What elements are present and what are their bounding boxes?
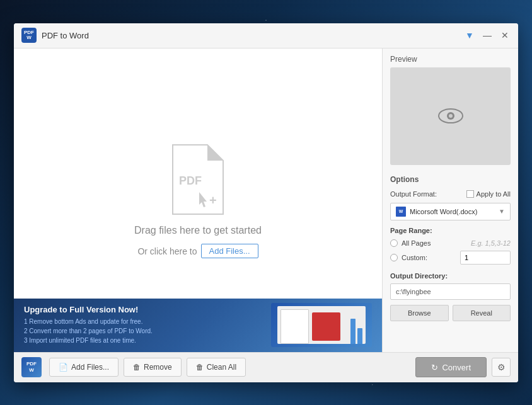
dropdown-button[interactable]: ▼ xyxy=(464,30,475,41)
upgrade-banner: Upgrade to Full Version Now! 1 Remove bo… xyxy=(14,299,382,352)
remove-button[interactable]: 🗑 Remove xyxy=(124,358,182,377)
banner-item-3: 3 Import unlimited PDF files at one time… xyxy=(24,336,263,345)
custom-row: Custom: xyxy=(390,251,511,265)
preview-label: Preview xyxy=(390,55,511,64)
mock-doc2 xyxy=(312,312,340,341)
clean-all-button[interactable]: 🗑 Clean All xyxy=(187,358,246,377)
convert-button[interactable]: ↻ Convert xyxy=(415,357,487,377)
app-window: PDFW PDF to Word ▼ — ✕ PDF xyxy=(14,23,518,382)
output-format-label: Output Format: xyxy=(390,190,466,198)
svg-text:PDF: PDF xyxy=(179,174,202,187)
svg-text:+: + xyxy=(209,193,217,207)
bar-item-2 xyxy=(357,328,362,344)
output-dir-input[interactable] xyxy=(390,283,511,300)
range-hint: E.g. 1,5,3-12 xyxy=(471,239,511,247)
right-panel: Preview Options Output Format: Apply to … xyxy=(383,48,518,352)
all-pages-label: All Pages xyxy=(402,239,471,247)
add-files-link-button[interactable]: Add Files... xyxy=(201,244,258,258)
drop-area: PDF + Drag files here to get started Or … xyxy=(134,142,262,258)
banner-title: Upgrade to Full Version Now! xyxy=(24,305,263,314)
custom-radio[interactable] xyxy=(390,254,398,261)
title-bar: PDFW PDF to Word ▼ — ✕ xyxy=(14,23,518,48)
close-button[interactable]: ✕ xyxy=(499,30,511,41)
svg-point-4 xyxy=(449,114,453,118)
settings-button[interactable]: ⚙ xyxy=(492,358,511,377)
title-bar-controls: ▼ — ✕ xyxy=(464,30,511,41)
apply-to-all-area: Apply to All xyxy=(466,190,511,198)
mock-bar xyxy=(350,319,362,344)
format-select[interactable]: W Micorsoft Word(.docx) ▼ xyxy=(390,203,511,220)
custom-label: Custom: xyxy=(402,254,460,261)
apply-to-all-checkbox[interactable] xyxy=(466,190,474,198)
format-text: Micorsoft Word(.docx) xyxy=(410,208,499,215)
reveal-button[interactable]: Reveal xyxy=(453,305,511,321)
banner-items: 1 Remove bottom Ads and update for free.… xyxy=(24,317,263,345)
app-icon: PDFW xyxy=(21,28,37,43)
options-label: Options xyxy=(390,175,511,184)
minimize-button[interactable]: — xyxy=(482,30,493,41)
add-files-label: Add Files... xyxy=(71,363,109,372)
output-format-row: Output Format: Apply to All xyxy=(390,190,511,198)
output-dir-label: Output Directory: xyxy=(390,272,511,280)
banner-text: Upgrade to Full Version Now! 1 Remove bo… xyxy=(24,305,263,345)
dir-buttons: Browse Reveal xyxy=(390,305,511,321)
window-title: PDF to Word xyxy=(42,31,464,40)
banner-image xyxy=(271,303,372,347)
apply-to-label: Apply to All xyxy=(477,190,511,198)
remove-label: Remove xyxy=(144,363,172,372)
mock-doc xyxy=(280,309,309,344)
convert-label: Convert xyxy=(442,363,471,372)
remove-icon: 🗑 xyxy=(133,363,141,372)
banner-item-1: 1 Remove bottom Ads and update for free. xyxy=(24,317,263,326)
toolbar-app-icon: PDFW xyxy=(21,357,42,377)
all-pages-radio[interactable] xyxy=(390,239,398,247)
browse-button[interactable]: Browse xyxy=(390,305,449,321)
convert-refresh-icon: ↻ xyxy=(431,363,438,372)
bottom-toolbar: PDFW 📄 Add Files... 🗑 Remove 🗑 Clean All… xyxy=(14,352,518,382)
page-range-label: Page Range: xyxy=(390,227,511,234)
word-icon: W xyxy=(396,207,406,217)
pdf-icon: PDF + xyxy=(166,142,229,217)
bar-item-1 xyxy=(350,319,356,344)
left-panel: PDF + Drag files here to get started Or … xyxy=(14,48,383,352)
banner-image-mock xyxy=(277,306,366,344)
eye-icon xyxy=(438,107,463,125)
format-arrow: ▼ xyxy=(499,208,505,215)
preview-box xyxy=(390,67,511,165)
add-files-button[interactable]: 📄 Add Files... xyxy=(49,358,119,377)
drag-text: Drag files here to get started xyxy=(134,225,262,236)
custom-input[interactable] xyxy=(460,251,511,265)
main-content: PDF + Drag files here to get started Or … xyxy=(14,48,518,352)
clean-all-label: Clean All xyxy=(207,363,236,372)
banner-item-2: 2 Convert more than 2 pages of PDF to Wo… xyxy=(24,326,263,336)
add-files-icon: 📄 xyxy=(59,363,68,372)
all-pages-row: All Pages E.g. 1,5,3-12 xyxy=(390,239,511,247)
clean-all-icon: 🗑 xyxy=(196,363,204,372)
or-click-label: Or click here to xyxy=(137,246,197,256)
click-text: Or click here to Add Files... xyxy=(137,244,258,258)
